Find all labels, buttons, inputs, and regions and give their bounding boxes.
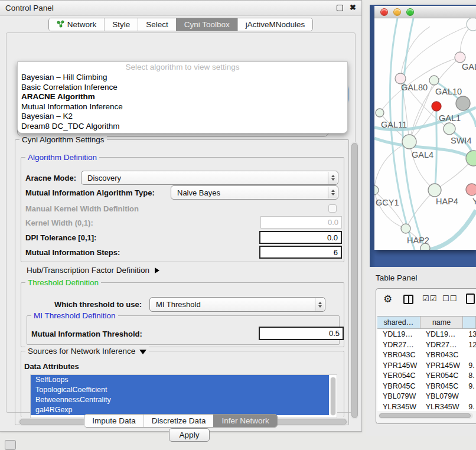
algorithm-dropdown-popup: Select algorithm to view settings Bayesi…: [17, 61, 348, 133]
table-row[interactable]: YLR345WYLR345W9.: [377, 402, 476, 412]
table-cell: 8.: [463, 371, 476, 381]
combo-stepper-icon: [328, 172, 337, 184]
network-window-titlebar[interactable]: [374, 6, 476, 18]
tab-style[interactable]: Style: [104, 18, 138, 31]
network-node[interactable]: [429, 76, 439, 85]
tab-network[interactable]: Network: [49, 18, 105, 31]
tab-label: Cyni Toolbox: [184, 20, 230, 29]
column-header-2[interactable]: [463, 317, 476, 328]
table-cell: YBL079W: [377, 392, 420, 402]
settings-vertical-scrollbar[interactable]: [351, 142, 358, 419]
aracne-mode-combo[interactable]: Discovery: [81, 171, 338, 185]
which-threshold-combo[interactable]: MI Threshold: [149, 297, 325, 312]
bottom-tab-discretize-data[interactable]: Discretize Data: [144, 415, 214, 427]
close-traffic-light-icon[interactable]: [380, 8, 388, 16]
network-node[interactable]: [374, 185, 379, 195]
which-threshold-value: MI Threshold: [156, 300, 201, 309]
unchecked-boxes-icon[interactable]: ☐☐: [442, 294, 457, 303]
dropdown-item-bayesian-k2[interactable]: Bayesian – K2: [18, 112, 347, 122]
table-row[interactable]: YPR145WYPR145W9.: [377, 361, 476, 371]
sources-title-text: Sources for Network Inference: [28, 347, 135, 356]
minimize-traffic-light-icon[interactable]: [393, 8, 401, 16]
gear-icon[interactable]: ⚙: [383, 293, 392, 305]
attribute-item-selfloops[interactable]: SelfLoops: [31, 375, 329, 385]
attribute-item-betweennesscentrality[interactable]: BetweennessCentrality: [31, 395, 329, 405]
table-row[interactable]: YER054CYER054C8.: [377, 371, 476, 381]
table-header-row: shared…name: [377, 316, 476, 329]
list-vertical-scrollbar[interactable]: [330, 377, 336, 416]
manual-kernel-checkbox[interactable]: [328, 204, 337, 213]
apply-button[interactable]: Apply: [169, 428, 210, 442]
network-edge-highlighted[interactable]: [402, 18, 425, 250]
node-label-gcy1: GCY1: [376, 198, 399, 207]
cyni-toolbox-panel: galFiltered.sif default node Select algo…: [6, 32, 356, 413]
close-icon[interactable]: ✖: [350, 3, 356, 12]
table-row[interactable]: YDR27…YDR27…12: [377, 340, 476, 351]
algorithm-definition-title: Algorithm Definition: [25, 153, 99, 162]
hub-definition-toggle[interactable]: Hub/Transcription Factor Definition: [27, 266, 159, 275]
network-node[interactable]: [466, 151, 476, 166]
file-icon[interactable]: [466, 294, 475, 304]
network-edge[interactable]: [374, 190, 406, 229]
network-node[interactable]: [428, 184, 441, 197]
table-cell: [463, 350, 476, 361]
mi-steps-field[interactable]: 6: [259, 246, 342, 259]
dropdown-item-basic-correlation-inference[interactable]: Basic Correlation Inference: [18, 83, 347, 93]
network-canvas[interactable]: GALGAL80GAL10GAL1GAL11SWI4GAL4GCY1HAP4YH…: [374, 18, 476, 250]
table-toolbar: ⚙ ☑☑ ☐☐: [376, 292, 476, 309]
table-cell: YBR043C: [420, 350, 464, 361]
attribute-item-topologicalcoefficient[interactable]: TopologicalCoefficient: [31, 385, 329, 395]
node-table: shared…name YDL19…YDL19…13YDR27…YDR27…12…: [377, 316, 476, 423]
network-node[interactable]: [376, 109, 384, 117]
table-horizontal-scrollbar[interactable]: [379, 413, 473, 419]
float-window-icon[interactable]: [337, 5, 343, 11]
table-cell: YLR345W: [377, 402, 420, 412]
table-row[interactable]: YBL079WYBL079W: [377, 392, 476, 402]
network-node[interactable]: [456, 96, 470, 110]
network-view-window[interactable]: GALGAL80GAL10GAL1GAL11SWI4GAL4GCY1HAP4YH…: [374, 6, 476, 250]
attr-items: SelfLoopsTopologicalCoefficientBetweenne…: [31, 375, 337, 415]
kernel-width-field[interactable]: 0.0: [260, 216, 342, 229]
column-header-name[interactable]: name: [420, 317, 464, 328]
table-cell: YDL19…: [420, 330, 464, 340]
mi-type-combo[interactable]: Naive Bayes: [171, 185, 338, 200]
table-row[interactable]: YBR043CYBR043C: [377, 350, 476, 361]
network-edge-highlighted[interactable]: [430, 210, 476, 250]
bottom-tab-impute-data[interactable]: Impute Data: [84, 415, 144, 427]
network-node[interactable]: [401, 224, 410, 233]
network-node[interactable]: [402, 135, 416, 149]
table-cell: 9.: [463, 361, 476, 371]
zoom-traffic-light-icon[interactable]: [406, 8, 414, 16]
network-node[interactable]: [455, 52, 465, 63]
collapsed-panel-icon[interactable]: [5, 440, 16, 450]
tab-label: jActiveMNodules: [246, 20, 305, 29]
table-cell: 13: [463, 330, 476, 340]
checked-boxes-icon[interactable]: ☑☑: [422, 294, 437, 303]
dropdown-item-aracne-algorithm[interactable]: ARACNE Algorithm: [18, 92, 347, 102]
dropdown-item-bayesian-hill-climbing[interactable]: Bayesian – Hill Climbing: [18, 73, 347, 83]
dropdown-placeholder: Select algorithm to view settings: [18, 62, 347, 73]
combo-stepper-icon: [315, 298, 324, 311]
network-edge[interactable]: [374, 190, 406, 229]
dropdown-items: Bayesian – Hill ClimbingBasic Correlatio…: [18, 73, 347, 131]
columns-icon[interactable]: [403, 295, 413, 304]
tab-jactivemnodules[interactable]: jActiveMNodules: [237, 18, 313, 31]
tab-select[interactable]: Select: [138, 18, 176, 31]
dropdown-item-dream8-dc-tdc-algorithm[interactable]: Dream8 DC_TDC Algorithm: [18, 122, 347, 132]
sources-group-title[interactable]: Sources for Network Inference: [25, 347, 149, 356]
dpi-tolerance-field[interactable]: 0.0: [259, 231, 342, 244]
dropdown-item-mutual-information-inference[interactable]: Mutual Information Inference: [18, 102, 347, 112]
table-row[interactable]: YDL19…YDL19…13: [377, 330, 476, 340]
network-node[interactable]: [467, 18, 476, 31]
network-node[interactable]: [432, 102, 441, 111]
mi-threshold-field[interactable]: 0.5: [259, 327, 344, 340]
table-cell: YLR345W: [420, 402, 464, 412]
tab-cyni-toolbox[interactable]: Cyni Toolbox: [176, 18, 237, 31]
bottom-tab-infer-network[interactable]: Infer Network: [213, 415, 276, 427]
data-attributes-list[interactable]: SelfLoopsTopologicalCoefficientBetweenne…: [30, 374, 337, 418]
column-header-shared-[interactable]: shared…: [377, 317, 420, 328]
node-label-swi4: SWI4: [451, 136, 471, 145]
table-row[interactable]: YBR045CYBR045C9.: [377, 381, 476, 392]
network-node[interactable]: [466, 184, 476, 195]
network-node[interactable]: [444, 123, 455, 135]
